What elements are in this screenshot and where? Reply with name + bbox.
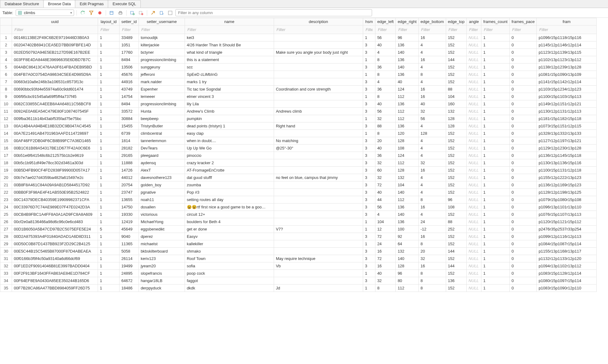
cell-frames_count[interactable]: 1 [481, 49, 509, 56]
cell-angle[interactable]: NULL [466, 167, 481, 174]
cell-frames_count[interactable]: 1 [481, 211, 509, 218]
cell-name[interactable]: Andrew's Climb [185, 108, 274, 115]
cell-frames_pace[interactable]: 0 [509, 100, 536, 108]
cell-frames_pace[interactable]: 0 [509, 167, 536, 174]
cell-name[interactable]: boulders for Beth 4 [185, 218, 274, 226]
cell-name[interactable]: scc [185, 64, 274, 71]
cell-edge_left[interactable]: 40 [375, 145, 396, 152]
cell-angle[interactable]: NULL [466, 34, 481, 41]
cell-hsm[interactable]: 3 [363, 233, 375, 240]
cell-setter_id[interactable]: 33489 [120, 34, 139, 41]
cell-setter_username[interactable]: MichaelYong [139, 218, 185, 226]
cell-frames_count[interactable]: 1 [481, 159, 509, 167]
cell-description[interactable] [274, 130, 363, 137]
cell-edge_top[interactable]: 144 [446, 248, 466, 255]
cell-frames_count[interactable]: 1 [481, 233, 509, 240]
cell-layout_id[interactable]: 1 [98, 203, 120, 211]
cell-angle[interactable]: NULL [466, 100, 481, 108]
cell-uuid[interactable]: 00690bbc93fd4e55974a60c9dd601474 [12, 86, 98, 93]
cell-edge_bottom[interactable]: 16 [418, 86, 446, 93]
cell-edge_left[interactable]: 36 [375, 64, 396, 71]
cell-edge_top[interactable]: 152 [446, 49, 466, 56]
row-number[interactable]: 22 [0, 189, 12, 196]
cell-setter_username[interactable]: jefferoni [139, 71, 185, 78]
row-number[interactable]: 21 [0, 181, 12, 189]
table-select[interactable]: climbs ▾ [16, 10, 74, 16]
cell-frames_pace[interactable]: 0 [509, 64, 536, 71]
cell-hsm[interactable]: 3 [363, 108, 375, 115]
cell-edge_top[interactable]: 152 [446, 130, 466, 137]
cell-uuid[interactable]: 00B1C61B89A54317BE1D677F42A0C6E6 [12, 145, 98, 152]
cell-setter_username[interactable]: dosallen [139, 203, 185, 211]
cell-hsm[interactable]: 3 [363, 78, 375, 86]
cell-edge_left[interactable]: 32 [375, 159, 396, 167]
cell-setter_id[interactable]: 12419 [120, 218, 139, 226]
cell-edge_bottom[interactable]: 24 [418, 218, 446, 226]
cell-frames_pace[interactable]: 0 [509, 181, 536, 189]
cell-angle[interactable]: NULL [466, 93, 481, 100]
cell-setter_username[interactable]: slopefrancis [139, 270, 185, 277]
cell-edge_bottom[interactable]: -12 [418, 226, 446, 233]
cell-angle[interactable]: NULL [466, 203, 481, 211]
cell-angle[interactable]: NULL [466, 115, 481, 122]
cell-edge_bottom[interactable]: 4 [418, 181, 446, 189]
cell-layout_id[interactable]: 1 [98, 122, 120, 130]
cell-edge_left[interactable]: 16 [375, 262, 396, 270]
cell-fram[interactable]: p1136r12p1169r15p123 [537, 181, 597, 189]
cell-setter_id[interactable]: 23747 [120, 189, 139, 196]
cell-edge_top[interactable]: 132 [446, 108, 466, 115]
cell-edge_left[interactable]: 88 [375, 122, 396, 130]
cell-setter_username[interactable]: progressionclimbing [139, 56, 185, 64]
cell-edge_top[interactable]: 252 [446, 226, 466, 233]
cell-angle[interactable]: NULL [466, 108, 481, 115]
cell-frames_count[interactable]: 1 [481, 100, 509, 108]
cell-angle[interactable]: NULL [466, 174, 481, 181]
row-number[interactable]: 27 [0, 226, 12, 233]
cell-edge_top[interactable]: 88 [446, 86, 466, 93]
cell-edge_left[interactable]: 16 [375, 248, 396, 255]
cell-hsm[interactable]: 3 [363, 41, 375, 49]
cell-edge_bottom[interactable]: 20 [418, 248, 446, 255]
row-number[interactable]: 8 [0, 86, 12, 93]
cell-edge_left[interactable]: 72 [375, 233, 396, 240]
cell-edge_top[interactable]: 152 [446, 145, 466, 152]
cell-setter_id[interactable]: 19330 [120, 211, 139, 218]
table-row[interactable]: 100082C33855CA4EEB8A4A64811C56BCF818494p… [0, 100, 597, 108]
cell-fram[interactable]: p1132r12p1133r12p120 [537, 255, 597, 262]
cell-edge_right[interactable]: 136 [396, 56, 418, 64]
cell-edge_top[interactable]: 152 [446, 270, 466, 277]
cell-frames_pace[interactable]: 0 [509, 226, 536, 233]
cell-setter_username[interactable]: davesnothere123 [139, 174, 185, 181]
cell-setter_username[interactable]: hangar18LB [139, 277, 185, 285]
cell-fram[interactable]: p1083r15p1128r12p114 [537, 270, 597, 277]
cell-angle[interactable]: NULL [466, 240, 481, 248]
cell-uuid[interactable]: 0082C33855CA4EEB8A4A64811C56BCF8 [12, 100, 98, 108]
cell-fram[interactable]: p1155r12p1222r13p123 [537, 174, 597, 181]
cell-frames_count[interactable]: 1 [481, 255, 509, 262]
col-uuid[interactable]: uuid [12, 18, 98, 25]
cell-frames_count[interactable]: 1 [481, 203, 509, 211]
clear-filters-icon[interactable] [88, 10, 95, 16]
filter-edge-top[interactable] [448, 27, 465, 33]
cell-frames_pace[interactable]: 0 [509, 93, 536, 100]
cell-angle[interactable]: NULL [466, 233, 481, 240]
cell-uuid[interactable]: 00E5C44B15C5465B87000F87D4ABEAEA [12, 248, 98, 255]
cell-edge_left[interactable]: 4 [375, 211, 396, 218]
cell-frames_count[interactable]: 1 [481, 277, 509, 285]
cell-frames_pace[interactable]: 0 [509, 159, 536, 167]
cell-edge_bottom[interactable]: 16 [418, 56, 446, 64]
cell-frames_count[interactable]: 1 [481, 248, 509, 255]
cell-edge_top[interactable]: 152 [446, 174, 466, 181]
cell-description[interactable] [274, 277, 363, 285]
cell-edge_left[interactable]: 56 [375, 108, 396, 115]
cell-name[interactable]: this is a statement [185, 56, 274, 64]
settings-icon[interactable] [167, 10, 174, 16]
cell-edge_top[interactable]: 96 [446, 196, 466, 203]
cell-frames_count[interactable]: 1 [481, 145, 509, 152]
cell-layout_id[interactable]: 1 [98, 93, 120, 100]
cell-fram[interactable]: p2476r35p2537r33p254 [537, 226, 597, 233]
cell-hsm[interactable]: 3 [363, 248, 375, 255]
cell-angle[interactable]: NULL [466, 64, 481, 71]
cell-setter_username[interactable]: lemeeer [139, 93, 185, 100]
cell-name[interactable]: 😫😫rtf first nice a good game to be a goo… [185, 203, 274, 211]
